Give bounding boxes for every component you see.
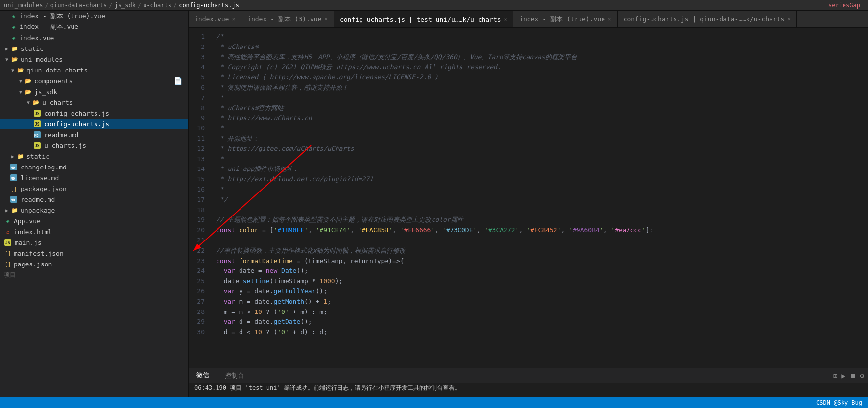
sidebar-item-index-html[interactable]: ⌂ index.html (0, 226, 188, 237)
svg-text:MD: MD (34, 134, 38, 138)
sidebar-item-static[interactable]: ▶ 📁 static (0, 43, 188, 54)
code-line-25: date.setTime(timeStamp * 1000); (216, 276, 868, 287)
code-area[interactable]: /* * uCharts® * 高性能跨平台图表库，支持H5、APP、小程序（微… (208, 28, 868, 368)
status-right: CSDN @Sky_Bug (816, 399, 862, 406)
code-line-10: * (216, 123, 868, 134)
folder-arrow-icon: ▼ (4, 56, 10, 62)
code-line-11: * 开源地址： (216, 134, 868, 144)
md-file-icon: MD (33, 131, 41, 139)
sidebar-item-manifest-json[interactable]: [] manifest.json (0, 248, 188, 259)
breadcrumb-item[interactable]: qiun-data-charts (50, 2, 107, 9)
code-line-2: * uCharts® (216, 42, 868, 52)
code-line-3: * 高性能跨平台图表库，支持H5、APP、小程序（微信/支付宝/百度/头条/QQ… (216, 52, 868, 63)
breadcrumb-item[interactable]: u-charts (143, 2, 171, 9)
breadcrumb-item[interactable]: uni_modules (4, 2, 43, 9)
sidebar-item-readme-md[interactable]: MD readme.md (0, 129, 188, 140)
panel-icon-3[interactable]: ⏹ (849, 372, 856, 380)
bottom-panel: 微信 控制台 ⊞ ▶ ⏹ ⚙ 06:43.190 项目 'test_uni' 编… (189, 368, 868, 397)
sidebar-item-readme2-md[interactable]: MD readme.md (0, 194, 188, 205)
folder-icon: 📁 (11, 206, 19, 214)
sidebar-item-main-js[interactable]: JS main.js (0, 237, 188, 248)
sidebar-item-package-json[interactable]: [] package.json (0, 183, 188, 194)
folder-open-icon: 📂 (17, 66, 24, 74)
tab-index-copy3-vue[interactable]: index - 副本 (3).vue ✕ (241, 11, 334, 27)
sidebar-item-u-charts[interactable]: ▼ 📂 u-charts (0, 97, 188, 108)
code-line-30: d = d < 10 ? ('0' + d) : d; (216, 327, 868, 337)
breadcrumb-bar: uni_modules / qiun-data-charts / js_sdk … (0, 0, 868, 11)
folder-arrow-icon: ▶ (4, 207, 10, 213)
folder-action-icon[interactable]: 📄 (174, 77, 182, 85)
panel-icon-1[interactable]: ⊞ (833, 372, 837, 380)
folder-open-icon: 📂 (11, 55, 19, 63)
vue-file-icon: ◈ (10, 23, 18, 31)
folder-arrow-icon: ▼ (10, 67, 16, 73)
panel-icon-4[interactable]: ⚙ (860, 372, 864, 380)
code-line-18 (216, 205, 868, 216)
folder-arrow-icon: ▼ (18, 78, 24, 84)
panel-tabs: 微信 控制台 ⊞ ▶ ⏹ ⚙ (189, 368, 868, 383)
sidebar-item-pages-json[interactable]: [] pages.json (0, 259, 188, 269)
code-line-29: var d = date.getDate(); (216, 317, 868, 327)
tab-config-ucharts-qiun[interactable]: config-ucharts.js | qiun-data-……k/u-char… (618, 11, 797, 27)
js-file-icon: JS (33, 120, 41, 128)
sidebar-item-static2[interactable]: ▶ 📁 static (0, 151, 188, 162)
tab-close-icon[interactable]: ✕ (787, 16, 791, 22)
panel-icon-2[interactable]: ▶ (841, 372, 845, 380)
tab-index-true-vue[interactable]: index - 副本 (true).vue ✕ (513, 11, 617, 27)
code-line-5: * Licensed ( http://www.apache.org/licen… (216, 72, 868, 83)
vue-file-icon: ◈ (10, 12, 18, 20)
tab-close-icon[interactable]: ✕ (324, 16, 328, 22)
json-file-icon: [] (4, 249, 12, 257)
code-line-15: * http://ext.dcloud.net.cn/plugin?id=271 (216, 174, 868, 185)
sidebar-item-index-true-vue[interactable]: ◈ index - 副本 (true).vue (0, 11, 188, 22)
code-line-8: * uCharts®官方网站 (216, 103, 868, 114)
tab-close-icon[interactable]: ✕ (608, 16, 611, 22)
svg-text:MD: MD (11, 166, 15, 170)
sidebar-item-index-copy-vue[interactable]: ◈ index - 副本.vue (0, 22, 188, 32)
tab-close-icon[interactable]: ✕ (504, 16, 507, 23)
code-line-20: const color = ['#1890FF', '#91CB74', '#F… (216, 225, 868, 236)
tab-index-vue[interactable]: index.vue ✕ (189, 11, 241, 27)
vue-file-icon: ◈ (4, 217, 12, 225)
sidebar-item-changelog-md[interactable]: MD changelog.md (0, 162, 188, 172)
code-line-24: var date = new Date(); (216, 266, 868, 276)
sidebar-item-license-md[interactable]: MD license.md (0, 172, 188, 183)
svg-text:JS: JS (35, 122, 40, 127)
breadcrumb-item[interactable]: js_sdk (115, 2, 136, 9)
panel-tab-weixin[interactable]: 微信 (189, 368, 217, 383)
html-file-icon: ⌂ (4, 228, 12, 236)
json-file-icon: [] (4, 260, 12, 268)
sidebar-item-uni-modules[interactable]: ▼ 📂 uni_modules (0, 54, 188, 65)
code-line-26: var y = date.getFullYear(); (216, 287, 868, 297)
folder-icon: 📁 (17, 152, 24, 160)
code-line-13: * (216, 154, 868, 165)
code-line-16: * (216, 185, 868, 195)
sidebar-item-config-echarts-js[interactable]: JS config-echarts.js (0, 108, 188, 119)
sidebar-item-unpackage[interactable]: ▶ 📁 unpackage (0, 205, 188, 216)
extra-tab[interactable]: seriesGap (824, 2, 864, 9)
code-line-12: * https://gitee.com/uCharts/uCharts (216, 144, 868, 154)
code-line-27: var m = date.getMonth() + 1; (216, 297, 868, 307)
sidebar-item-js-sdk[interactable]: ▼ 📂 js_sdk (0, 86, 188, 97)
sidebar-item-config-ucharts-js[interactable]: JS config-ucharts.js (0, 119, 188, 129)
tab-config-ucharts-js[interactable]: config-ucharts.js | test_uni/u……k/u-char… (334, 11, 513, 27)
sidebar-item-qiun-data-charts[interactable]: ▼ 📂 qiun-data-charts (0, 65, 188, 75)
sidebar-item-index-vue[interactable]: ◈ index.vue (0, 32, 188, 43)
folder-arrow-icon: ▶ (4, 46, 10, 51)
svg-text:JS: JS (35, 112, 40, 116)
sidebar-item-components[interactable]: ▼ 📂 components 📄 (0, 75, 188, 86)
code-line-21 (216, 236, 868, 246)
status-bar: CSDN @Sky_Bug (0, 397, 868, 408)
code-line-19: // 主题颜色配置：如每个图表类型需要不同主题，请在对应图表类型上更改color… (216, 215, 868, 225)
panel-tab-console[interactable]: 控制台 (217, 368, 252, 383)
tab-close-icon[interactable]: ✕ (232, 16, 235, 22)
json-file-icon: [] (10, 185, 18, 192)
sidebar-item-app-vue[interactable]: ◈ App.vue (0, 216, 188, 226)
editor-content: 1 2 3 4 5 6 7 8 9 10 11 12 13 14 15 16 1 (189, 28, 868, 368)
md-file-icon: MD (10, 163, 18, 171)
vue-file-icon: ◈ (10, 34, 18, 42)
code-line-7: * (216, 93, 868, 103)
svg-text:MD: MD (11, 177, 15, 181)
sidebar-item-u-charts-js[interactable]: JS u-charts.js (0, 140, 188, 151)
code-line-28: m = m < 10 ? ('0' + m) : m; (216, 307, 868, 317)
